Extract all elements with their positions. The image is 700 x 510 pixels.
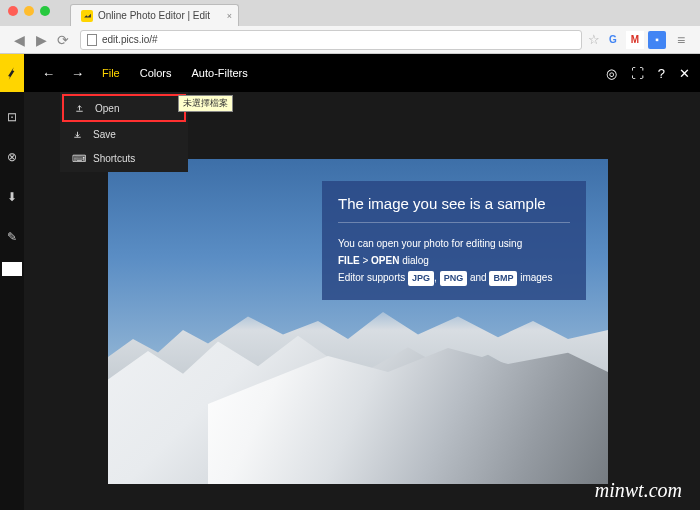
download-icon: [72, 129, 83, 140]
page-icon: [87, 34, 97, 46]
upload-icon: [74, 103, 85, 114]
redo-icon[interactable]: →: [63, 66, 92, 81]
app-menubar: ← → File Colors Auto-Filters ◎ ⛶ ? ✕: [24, 54, 700, 92]
crop-tool-icon[interactable]: ⊡: [0, 102, 24, 132]
nav-reload-icon[interactable]: ⟳: [52, 29, 74, 51]
infobox-line3: Editor supports JPG, PNG and BMP images: [338, 269, 570, 286]
chrome-icon[interactable]: ◎: [606, 66, 617, 81]
menu-colors[interactable]: Colors: [130, 67, 182, 79]
keyboard-icon: ⌨: [72, 153, 83, 164]
adjust-tool-icon[interactable]: ⊗: [0, 142, 24, 172]
format-bmp: BMP: [489, 271, 517, 286]
bookmark-star-icon[interactable]: ☆: [588, 32, 600, 47]
window-min-dot[interactable]: [24, 6, 34, 16]
format-png: PNG: [440, 271, 468, 286]
menu-file[interactable]: File: [92, 67, 130, 79]
infobox-line2: FILE > OPEN dialog: [338, 252, 570, 269]
window-max-dot[interactable]: [40, 6, 50, 16]
nav-back-icon[interactable]: ◀: [8, 29, 30, 51]
download-tool-icon[interactable]: ⬇: [0, 182, 24, 212]
menu-autofilters[interactable]: Auto-Filters: [182, 67, 258, 79]
app-logo-icon[interactable]: [0, 54, 24, 92]
save-label: Save: [93, 129, 116, 140]
close-icon[interactable]: ✕: [679, 66, 690, 81]
gmail-ext-icon[interactable]: [626, 31, 644, 49]
browser-tabbar: Online Photo Editor | Edit ×: [0, 0, 700, 26]
url-input[interactable]: edit.pics.io/#: [80, 30, 582, 50]
file-dropdown: Open Save ⌨ Shortcuts: [60, 92, 188, 172]
fullscreen-icon[interactable]: ⛶: [631, 66, 644, 81]
google-ext-icon[interactable]: G: [604, 31, 622, 49]
undo-icon[interactable]: ←: [34, 66, 63, 81]
ext-icon[interactable]: ▪: [648, 31, 666, 49]
url-text: edit.pics.io/#: [102, 34, 158, 45]
tab-close-icon[interactable]: ×: [227, 11, 232, 21]
help-icon[interactable]: ?: [658, 66, 665, 81]
eyedropper-tool-icon[interactable]: ✎: [0, 222, 24, 252]
browser-tab[interactable]: Online Photo Editor | Edit ×: [70, 4, 239, 26]
shortcuts-label: Shortcuts: [93, 153, 135, 164]
image-canvas: The image you see is a sample You can op…: [108, 159, 608, 484]
tab-title: Online Photo Editor | Edit: [98, 10, 210, 21]
open-label: Open: [95, 103, 119, 114]
browser-urlbar: ◀ ▶ ⟳ edit.pics.io/# ☆ G ▪ ≡: [0, 26, 700, 54]
file-tooltip: 未選擇檔案: [178, 95, 233, 112]
dropdown-open[interactable]: Open: [64, 96, 184, 120]
nav-forward-icon: ▶: [30, 29, 52, 51]
left-sidebar: ⊡ ⊗ ⬇ ✎: [0, 54, 24, 510]
sample-infobox: The image you see is a sample You can op…: [322, 181, 586, 300]
infobox-title: The image you see is a sample: [338, 195, 570, 223]
format-jpg: JPG: [408, 271, 434, 286]
watermark-text: minwt.com: [595, 479, 682, 502]
favicon-icon: [81, 10, 93, 22]
dropdown-save[interactable]: Save: [62, 122, 186, 146]
infobox-line1: You can open your photo for editing usin…: [338, 235, 570, 252]
color-swatch[interactable]: [2, 262, 22, 276]
window-close-dot[interactable]: [8, 6, 18, 16]
browser-menu-icon[interactable]: ≡: [670, 29, 692, 51]
dropdown-shortcuts[interactable]: ⌨ Shortcuts: [62, 146, 186, 170]
